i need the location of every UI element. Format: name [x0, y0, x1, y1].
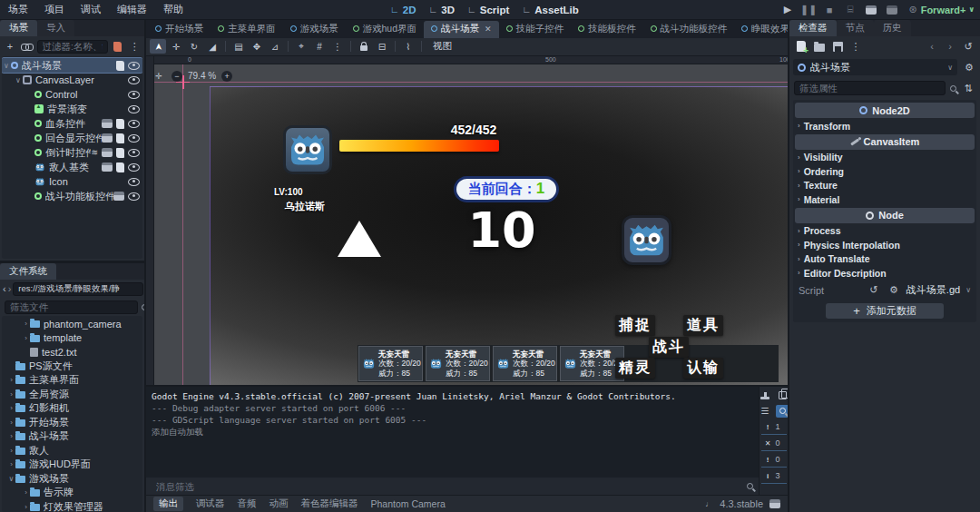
menu-item[interactable]: 调试 [73, 3, 109, 16]
bottom-panel-tab[interactable]: 调试器 [196, 497, 225, 510]
menu-item[interactable]: 项目 [36, 3, 73, 16]
tree-node-icon[interactable]: Icon [2, 174, 142, 189]
visibility-eye-icon[interactable] [128, 134, 140, 143]
visibility-eye-icon[interactable] [128, 62, 140, 70]
bottom-panel-tab[interactable]: Phantom Camera [371, 498, 446, 509]
expand-arrow-icon[interactable]: › [7, 447, 15, 455]
select-mode-button[interactable]: ➤ [150, 39, 166, 54]
tree-node-bg-gradient[interactable]: 背景渐变 [2, 102, 142, 116]
signal-connection-icon[interactable]: ≋ [91, 149, 98, 157]
tree-node-battle-panel[interactable]: 战斗功能板控件 [2, 189, 142, 203]
script-property-row[interactable]: Script ↺ ⚙ 战斗场景.gd ∨ [795, 281, 975, 300]
bottom-panel-tab[interactable]: 输出 [153, 497, 183, 511]
visibility-eye-icon[interactable] [128, 91, 140, 99]
nav-back-icon[interactable]: ‹ [3, 281, 6, 296]
script-icon[interactable] [116, 133, 124, 143]
collapse-messages-button[interactable]: ☰ [759, 405, 772, 418]
visibility-eye-icon[interactable] [128, 105, 140, 113]
expand-arrow-icon[interactable]: › [22, 334, 30, 342]
load-resource-icon[interactable] [812, 39, 827, 54]
message-count-badge[interactable]: i3 [761, 469, 787, 484]
battle-button[interactable]: 战斗 [649, 337, 689, 358]
skill-panel[interactable]: 无妄天雷 次数：20/20 威力：85 [493, 346, 557, 381]
filesystem-item[interactable]: › 战斗场景 [2, 429, 142, 444]
resource-menu-icon[interactable]: ⋮ [848, 39, 863, 54]
scene-tab[interactable]: 游戏hud界面 ✕ [346, 21, 425, 38]
scene-filter-input[interactable] [37, 40, 108, 54]
zoom-in-button[interactable]: + [221, 71, 232, 82]
visibility-eye-icon[interactable] [128, 192, 140, 201]
tree-node-hp-bar[interactable]: 血条控件 [2, 116, 142, 131]
inspector-tab[interactable]: 历史 [874, 20, 911, 36]
filesystem-item[interactable]: › 全局资源 [2, 388, 142, 402]
group-node-button[interactable]: ⊟ [374, 39, 390, 54]
tree-node-enemy-base[interactable]: 敌人基类 [2, 160, 142, 174]
nav-forward-icon[interactable]: › [8, 281, 12, 296]
surrender-button[interactable]: 认输 [683, 358, 723, 379]
expand-arrow-icon[interactable]: › [7, 460, 15, 468]
category-auto-translate[interactable]: ›Auto Translate [795, 252, 975, 267]
filesystem-item[interactable]: ∨ 游戏场景 [2, 472, 142, 487]
clear-output-button[interactable] [759, 389, 772, 402]
instanced-scene-icon[interactable] [102, 133, 113, 143]
tree-node-countdown[interactable]: 倒计时控件 ≋ [2, 145, 142, 160]
visibility-eye-icon[interactable] [128, 178, 140, 186]
category-editor-description[interactable]: ›Editor Description [795, 266, 975, 281]
workspace-tab[interactable]: ∟3D [429, 5, 456, 15]
filesystem-item[interactable]: test2.txt [2, 345, 142, 359]
zoom-out-button[interactable]: − [172, 71, 182, 82]
remote-debug-icon[interactable]: ⌸ [843, 3, 858, 17]
tree-node-canvaslayer[interactable]: ∨ CanvasLayer [2, 73, 142, 87]
menu-item[interactable]: 帮助 [155, 3, 191, 16]
visibility-eye-icon[interactable] [128, 76, 140, 84]
expand-arrow-icon[interactable]: › [22, 320, 30, 328]
tree-node-battle-scene[interactable]: ∨ 战斗场景 [2, 58, 142, 73]
tree-node-control[interactable]: Control [2, 87, 142, 102]
stop-button[interactable]: ■ [822, 3, 837, 17]
ruler-mode-button[interactable]: ⊿ [267, 39, 283, 54]
gear-icon[interactable]: ⚙ [887, 283, 901, 298]
message-count-badge[interactable]: !0 [761, 453, 787, 468]
run-bar-extra-icon[interactable]: ⊛ [906, 3, 920, 17]
add-node-button[interactable]: + [3, 39, 17, 54]
history-list-icon[interactable]: ↺ [961, 39, 975, 54]
attach-script-icon[interactable] [111, 39, 125, 54]
movie-maker-status-icon[interactable] [769, 499, 780, 508]
filesystem-item[interactable]: › 开始场景 [2, 416, 142, 430]
visibility-eye-icon[interactable] [128, 163, 140, 172]
filesystem-item[interactable]: › 幻影相机 [2, 401, 142, 416]
skeleton-options-button[interactable]: ⌇ [400, 39, 416, 54]
scene-tab[interactable]: 开始场景 ✕ [148, 21, 211, 38]
items-button[interactable]: 道具 [683, 315, 723, 336]
message-filter-input[interactable] [152, 480, 742, 493]
instanced-scene-icon[interactable] [102, 148, 113, 157]
filesystem-tab[interactable]: 文件系统 [0, 263, 56, 280]
class-header-node2d[interactable]: Node2D [795, 103, 975, 118]
property-sort-icon[interactable]: ⇅ [961, 81, 975, 95]
pan-mode-button[interactable]: ✥ [249, 39, 265, 54]
zoom-level[interactable]: 79.4 % [188, 71, 216, 81]
filesystem-filter-input[interactable] [5, 300, 138, 314]
skill-panel[interactable]: 无妄天雷 次数：20/20 威力：85 [358, 346, 423, 381]
collapse-arrow-icon[interactable]: ∨ [14, 76, 23, 84]
menu-item[interactable]: 编辑器 [109, 3, 155, 16]
expand-arrow-icon[interactable]: › [7, 404, 15, 412]
filesystem-item[interactable]: › 主菜单界面 [2, 373, 142, 388]
bottom-panel-tab[interactable]: 音频 [238, 497, 257, 510]
inspector-tab[interactable]: 检查器 [789, 20, 837, 36]
new-resource-icon[interactable] [794, 39, 808, 54]
collapse-arrow-icon[interactable]: ∨ [2, 62, 11, 70]
2d-viewport[interactable]: LV:100 乌拉诺斯 452/452 当前回合：1 10 无妄天雷 [146, 56, 788, 385]
scene-panel-tab[interactable]: 导入 [37, 20, 74, 36]
add-metadata-button[interactable]: + 添加元数据 [826, 303, 944, 319]
instanced-scene-icon[interactable] [102, 162, 113, 172]
instance-scene-button[interactable] [20, 39, 34, 54]
history-forward-icon[interactable]: › [943, 39, 957, 54]
pause-button[interactable]: ❚❚ [801, 3, 816, 17]
expand-arrow-icon[interactable]: › [7, 432, 15, 440]
menu-item[interactable]: 场景 [0, 3, 36, 16]
smart-snap-button[interactable]: ⌖ [293, 39, 309, 54]
movie-maker-icon[interactable] [864, 3, 878, 17]
script-icon[interactable] [116, 119, 124, 129]
instanced-scene-icon[interactable] [113, 192, 124, 201]
